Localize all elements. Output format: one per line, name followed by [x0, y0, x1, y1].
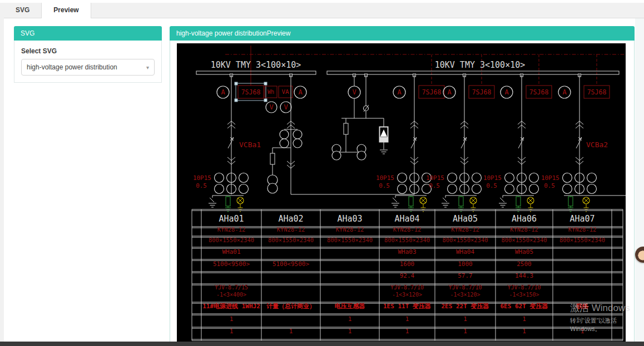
busbar-1: 10KV TMY 3<100×10> [196, 60, 316, 74]
ct-ratio-label: 0.5 [379, 182, 390, 189]
svg-select-panel-title: SVG [14, 26, 162, 41]
tab-preview[interactable]: Preview [41, 3, 91, 18]
ct-ratio-label: 10P15 [483, 174, 502, 182]
table-cell: -1<3×120> [392, 292, 422, 298]
ct-ratio-label: 10P15 [193, 174, 211, 182]
table-cell: 1 [348, 328, 352, 335]
table-header-cell: AHa07 [569, 214, 595, 224]
table-cell: 5100<9500> [213, 260, 250, 268]
svg-select-dropdown[interactable]: high-voltage power distribution ▾ [21, 59, 155, 76]
table-cell: KYN28-12 [277, 226, 305, 233]
ammeter-icon: A [221, 88, 225, 96]
table-cell: KYN28-12 [393, 226, 422, 233]
voltmeter-icon: V [269, 103, 273, 111]
relay-box-label: 7SJ68 [529, 88, 549, 96]
table-cell: YJV-8.7/15 [215, 284, 248, 290]
table-header-cell: AHa02 [278, 214, 303, 224]
table-cell: YJV-8.7/10 [448, 284, 482, 290]
feeder-aha06: A7SJ6810P150.5 [483, 74, 552, 212]
ct-ratio-label: 10P15 [541, 174, 559, 182]
table-cell: 1 [289, 328, 293, 335]
table-cell: 144.3 [515, 272, 533, 279]
table-cell: 1ES 11T 变压器 [383, 303, 431, 310]
table-cell: 1 [522, 328, 526, 335]
table-cell: 2500 [517, 260, 532, 268]
table-cell: 6ES 62T 变压器 [501, 303, 548, 310]
table-cell: 5100<9500> [273, 260, 310, 268]
table-cell: WHa05 [515, 248, 533, 255]
table-cell: 800×1550×2340 [442, 237, 488, 243]
table-cell: 57.7 [458, 272, 473, 279]
table-cell: 1 [405, 328, 409, 335]
table-cell: 11#电源进线 1WHJ2 [202, 303, 260, 310]
ct-ratio-label: 0.5 [196, 182, 207, 189]
svg-select-value: high-voltage power distribution [27, 63, 117, 71]
relay-box-label: 7SJ68 [587, 88, 607, 96]
table-cell: 800×1550×2340 [559, 237, 605, 243]
tab-bar: SVG Preview [4, 3, 644, 18]
bus-label: 10KV TMY 3<100×10> [211, 60, 301, 70]
svg-select-panel: SVG Select SVG high-voltage power distri… [14, 26, 162, 83]
ct-ratio-label: 10P15 [426, 174, 444, 182]
voltmeter-icon: V [352, 88, 356, 96]
table-header-cell: AHa01 [219, 214, 244, 224]
feeder-aha07: A7SJ68VCBa210P150.5 [541, 74, 626, 212]
table-cell: WHa04 [456, 248, 474, 255]
ammeter-icon: A [562, 88, 567, 96]
table-cell: 1 [463, 328, 467, 335]
page-left-gutter [0, 3, 4, 346]
voltmeter-icon: V [284, 103, 288, 111]
table-cell: 1 [230, 328, 234, 335]
table-header-cell: AHa05 [453, 214, 478, 224]
ct-ratio-label: 10P15 [376, 174, 394, 182]
relay-box-label: 7SJ68 [422, 88, 442, 96]
bus-label: 10KV TMY 3<100×10> [435, 60, 526, 70]
preview-panel: high-voltage power distributionPreview 1… [170, 26, 635, 346]
ammeter-icon: A [298, 88, 303, 96]
breaker-label: VCBa2 [586, 141, 608, 149]
table-header-cell: AHa06 [512, 214, 537, 224]
feeder-aha01: A7SJ68WhVAAVVVCBa110P150.5 [193, 74, 306, 212]
table-cell: 1 [230, 315, 234, 323]
select-svg-label: Select SVG [21, 47, 155, 55]
table-cell: 800×1550×2340 [384, 237, 430, 243]
table-header-cell: AHa04 [394, 214, 419, 224]
svg-select-panel-body: Select SVG high-voltage power distributi… [14, 41, 162, 83]
page-right-gutter [635, 18, 644, 342]
table-cell: KYN28-12 [510, 226, 538, 233]
table-cell: 2ES 22T 变压器 [442, 303, 489, 310]
table-cell: 1 [522, 315, 526, 323]
table-cell: 1 [348, 315, 352, 323]
ammeter-icon: A [447, 88, 452, 96]
relay-box-label: 7SJ68 [472, 88, 492, 96]
feeder-aha04: A7SJ6810P150.5 [376, 74, 444, 212]
table-cell: 1 [581, 328, 584, 335]
relay-box-label: 7SJ68 [241, 88, 261, 96]
table-cell: 800×1550×2340 [209, 237, 254, 243]
table-cell: YJV-8.7/10 [507, 284, 541, 290]
table-cell: KYN28-12 [336, 226, 364, 233]
preview-panel-body: 10KV TMY 3<100×10>10KV TMY 3<100×10>A7SJ… [170, 41, 635, 346]
table-cell: 800×1550×2340 [268, 237, 314, 243]
table-cell: KYN28-12 [217, 226, 246, 233]
table-cell: -1<3×150> [509, 292, 539, 298]
busbar-2: 10KV TMY 3<100×10> [327, 60, 619, 74]
preview-panel-title: high-voltage power distributionPreview [170, 26, 635, 41]
ammeter-icon: A [397, 88, 402, 96]
wh-meter-label: Wh [267, 89, 274, 95]
table-cell: 800×1550×2340 [327, 237, 373, 243]
table-cell: YJV-8.7/10 [390, 284, 424, 290]
table-cell: 92.4 [400, 272, 415, 279]
tab-svg[interactable]: SVG [4, 3, 41, 18]
table-cell: KYN28-12 [451, 226, 479, 233]
sld-preview-canvas[interactable]: 10KV TMY 3<100×10>10KV TMY 3<100×10>A7SJ… [177, 43, 626, 342]
chevron-down-icon: ▾ [146, 64, 149, 71]
table-cell: 1 [463, 315, 467, 323]
table-cell: 1 [405, 315, 409, 323]
va-meter-label: VA [281, 88, 289, 96]
single-line-diagram: 10KV TMY 3<100×10>10KV TMY 3<100×10>A7SJ… [177, 43, 626, 342]
table-cell: 1000 [458, 260, 473, 268]
ct-ratio-label: 0.5 [544, 182, 555, 189]
table-cell: WHa03 [398, 248, 416, 255]
table-cell: 电压互感器 [335, 303, 365, 310]
